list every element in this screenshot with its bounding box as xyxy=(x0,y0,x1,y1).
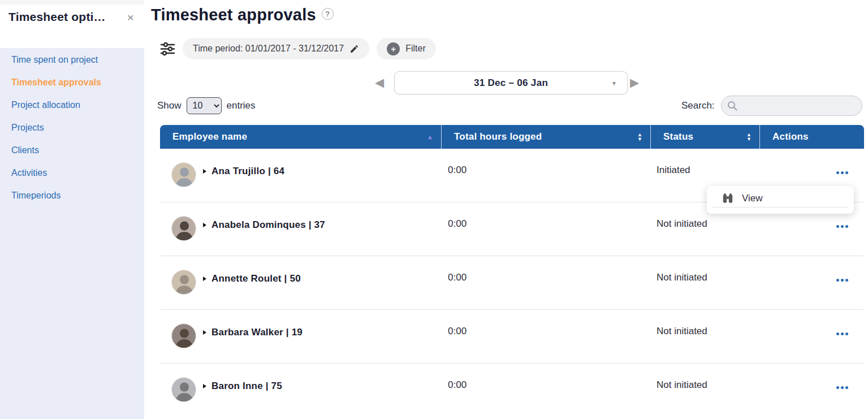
next-week-arrow-icon[interactable]: ▶ xyxy=(630,76,639,88)
total-hours-cell: 0:00 xyxy=(441,256,650,309)
plus-icon: + xyxy=(387,42,400,55)
expand-arrow-icon xyxy=(203,330,206,335)
expand-employee-toggle[interactable]: Baron Inne | 75 xyxy=(203,379,282,393)
sort-asc-icon: ▲ xyxy=(427,134,433,140)
column-header-total-hours-logged[interactable]: Total hours logged ▲▼ xyxy=(441,125,650,149)
column-header-employee-name[interactable]: Employee name ▲ xyxy=(160,125,441,149)
search-label: Search: xyxy=(681,100,715,111)
status-cell: Not initiated xyxy=(650,256,759,309)
row-actions-menu-icon[interactable] xyxy=(836,225,848,228)
sort-both-icon: ▲▼ xyxy=(637,132,642,141)
sidebar-top-strip xyxy=(0,0,144,5)
employee-name-cell: Barbara Walker | 19 xyxy=(160,310,441,363)
search-control: Search: xyxy=(681,96,862,116)
time-period-label: Time period: 01/01/2017 - 31/12/2017 xyxy=(193,44,344,54)
actions-cell xyxy=(759,364,864,417)
close-icon[interactable]: × xyxy=(127,11,134,23)
expand-arrow-icon xyxy=(203,277,206,281)
sidebar-item-clients[interactable]: Clients xyxy=(11,139,144,162)
row-actions-menu-icon[interactable] xyxy=(836,386,848,390)
show-label: Show xyxy=(157,100,182,111)
actions-cell xyxy=(759,310,864,363)
sidebar-item-timeperiods[interactable]: Timeperiods xyxy=(11,184,144,207)
search-input-wrap xyxy=(721,96,862,116)
table-row: Barbara Walker | 19 0:00 Not initiated xyxy=(160,310,864,364)
employee-name-cell: Ana Trujillo | 64 xyxy=(160,149,441,202)
status-cell: Not initiated xyxy=(650,364,759,417)
row-actions-menu-icon[interactable] xyxy=(836,332,848,336)
expand-employee-toggle[interactable]: Anabela Dominques | 37 xyxy=(203,218,325,232)
employee-name-cell: Baron Inne | 75 xyxy=(160,364,441,417)
chevron-down-icon: ▼ xyxy=(611,80,617,87)
expand-employee-toggle[interactable]: Ana Trujillo | 64 xyxy=(203,165,284,178)
week-range-label: 31 Dec – 06 Jan xyxy=(474,77,548,89)
avatar xyxy=(171,162,196,187)
page-title: Timesheet approvals xyxy=(151,6,316,24)
status-cell: Not initiated xyxy=(650,310,759,363)
menu-item-label: View xyxy=(742,193,763,204)
edit-pencil-icon[interactable] xyxy=(349,44,359,54)
employee-name-cell: Annette Roulet | 50 xyxy=(160,256,441,309)
column-header-status[interactable]: Status ▲▼ xyxy=(650,125,759,149)
sidebar: Timesheet opti… × Time spent on project … xyxy=(0,0,144,419)
expand-employee-toggle[interactable]: Barbara Walker | 19 xyxy=(203,326,303,339)
sidebar-item-timesheet-approvals[interactable]: Timesheet approvals xyxy=(11,71,144,94)
week-range-dropdown[interactable]: 31 Dec – 06 Jan ▼ xyxy=(394,71,628,94)
sort-both-icon: ▲▼ xyxy=(746,132,752,141)
row-actions-dropdown: View xyxy=(707,186,854,214)
sidebar-nav: Time spent on project Timesheet approval… xyxy=(0,48,144,419)
search-input[interactable] xyxy=(721,96,862,116)
avatar xyxy=(171,270,196,295)
add-filter-button[interactable]: + Filter xyxy=(377,38,436,59)
total-hours-cell: 0:00 xyxy=(441,310,650,363)
expand-arrow-icon xyxy=(203,223,206,227)
expand-arrow-icon xyxy=(203,384,206,388)
column-header-actions: Actions xyxy=(759,125,864,149)
page-size-control: Show 10 entries xyxy=(157,97,256,114)
filter-sliders-icon xyxy=(160,41,175,57)
search-icon xyxy=(727,100,738,111)
binoculars-icon xyxy=(722,192,734,205)
table-row: Annette Roulet | 50 0:00 Not initiated xyxy=(160,256,864,310)
timesheet-approvals-table: Employee name ▲ Total hours logged ▲▼ St… xyxy=(160,125,864,417)
sidebar-item-activities[interactable]: Activities xyxy=(11,162,144,184)
row-actions-menu-icon[interactable] xyxy=(836,279,848,282)
menu-item-view[interactable]: View xyxy=(713,190,848,208)
sidebar-item-projects[interactable]: Projects xyxy=(11,116,144,139)
previous-week-arrow-icon[interactable]: ◀ xyxy=(375,76,384,88)
total-hours-cell: 0:00 xyxy=(441,202,650,256)
sidebar-header: Timesheet opti… × xyxy=(0,5,144,24)
avatar xyxy=(171,377,196,402)
page-title-row: Timesheet approvals ? xyxy=(151,6,334,24)
help-icon[interactable]: ? xyxy=(322,8,334,20)
avatar xyxy=(171,216,196,241)
expand-employee-toggle[interactable]: Annette Roulet | 50 xyxy=(203,272,301,286)
page-size-select[interactable]: 10 xyxy=(187,97,222,114)
table-row: Baron Inne | 75 0:00 Not initiated xyxy=(160,364,864,417)
filter-button-label: Filter xyxy=(405,44,426,54)
table-header-row: Employee name ▲ Total hours logged ▲▼ St… xyxy=(160,125,864,149)
total-hours-cell: 0:00 xyxy=(441,149,650,202)
sidebar-item-project-allocation[interactable]: Project allocation xyxy=(11,94,144,116)
filter-bar: Time period: 01/01/2017 - 31/12/2017 + F… xyxy=(160,37,436,60)
total-hours-cell: 0:00 xyxy=(441,364,650,417)
avatar xyxy=(171,323,196,348)
sidebar-item-time-spent-on-project[interactable]: Time spent on project xyxy=(11,49,144,71)
row-actions-menu-icon[interactable] xyxy=(836,171,848,175)
actions-cell xyxy=(759,256,864,309)
time-period-filter-chip[interactable]: Time period: 01/01/2017 - 31/12/2017 xyxy=(183,38,369,59)
entries-label: entries xyxy=(227,100,256,111)
sidebar-title: Timesheet opti… xyxy=(8,10,106,24)
employee-name-cell: Anabela Dominques | 37 xyxy=(160,202,441,256)
expand-arrow-icon xyxy=(203,169,206,174)
